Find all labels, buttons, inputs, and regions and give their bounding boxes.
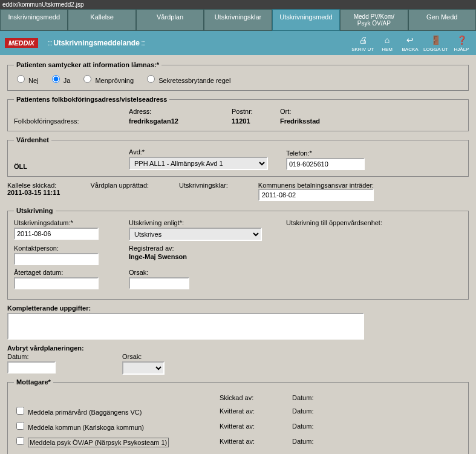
- folk-label: Folkbokföringsadress:: [14, 117, 129, 125]
- consent-nej-label: Nej: [28, 77, 39, 84]
- tab-utskrivningsmedd[interactable]: Utskrivningsmedd: [272, 9, 340, 31]
- tab-gen-medd[interactable]: Gen Medd: [408, 9, 476, 31]
- avbryt-datum-input[interactable]: [7, 361, 56, 373]
- page-title: Utskrivningsmeddelande: [48, 39, 145, 47]
- address-legend: Patientens folkbokföringsadress/vistelse…: [14, 96, 169, 103]
- mottagare-kommun-label: Meddela kommun (Karlskoga kommun): [28, 424, 144, 431]
- consent-ja[interactable]: Ja: [49, 77, 71, 84]
- kontakt-label: Kontaktperson:: [14, 245, 111, 252]
- vardplan-upprattad-label: Vårdplan upprättad:: [90, 182, 149, 189]
- consent-fieldset: Patienten samtycker att information lämn…: [7, 61, 469, 91]
- postnr-value: 11201: [232, 117, 280, 125]
- vardenhet-oll: ÖLL: [14, 163, 111, 170]
- utskrivning-fieldset: Utskrivning Utskrivningsdatum:* Utskrivn…: [7, 207, 469, 300]
- tel-label: Telefon:*: [286, 150, 365, 157]
- datum-label-3: Datum:: [292, 438, 313, 445]
- kvitterat-label-1: Kvitterat av:: [220, 407, 292, 415]
- vardenhet-fieldset: Vårdenhet ÖLL Avd:* PPH ALL1 - Allmänpsy…: [7, 136, 469, 177]
- utskrivning-legend: Utskrivning: [14, 207, 56, 214]
- mottagare-primar-checkbox[interactable]: [16, 407, 24, 415]
- kompletterande-label: Kompletterande uppgifter:: [7, 304, 469, 312]
- utskr-oppen-label: Utskrivning till öppenvårdsenhet:: [286, 219, 382, 226]
- print-label: SKRIV UT: [351, 47, 374, 52]
- avbryt-datum-label: Datum:: [7, 353, 104, 360]
- printer-icon: 🖨: [357, 35, 369, 45]
- help-label: HJÄLP: [454, 47, 469, 52]
- print-button[interactable]: 🖨SKRIV UT: [351, 35, 374, 52]
- tel-input[interactable]: [286, 158, 365, 170]
- home-label: HEM: [382, 47, 393, 52]
- kommun-ansvar-label: Kommunens betalningsansvar inträder:: [258, 182, 374, 189]
- logout-label: LOGGA UT: [423, 47, 448, 52]
- mottagare-psyk-label: Meddela psyk ÖV/AP (Närpsyk Psykosteam 1…: [28, 438, 169, 447]
- datum-label-2: Datum:: [292, 423, 313, 430]
- skickad-av-header: Skickad av:: [220, 394, 292, 401]
- consent-nej-radio[interactable]: [17, 75, 25, 83]
- back-button[interactable]: ↩BACKA: [400, 35, 420, 52]
- mottagare-kommun-checkbox[interactable]: [16, 422, 24, 430]
- header-bar: MEDDIX Utskrivningsmeddelande 🖨SKRIV UT …: [0, 31, 476, 55]
- ort-label: Ort:: [280, 108, 291, 115]
- tab-vardplan[interactable]: Vårdplan: [136, 9, 204, 31]
- help-button[interactable]: ❓HJÄLP: [452, 35, 471, 52]
- avbryt-orsak-label: Orsak:: [122, 353, 165, 360]
- reg-label: Registrerad av:: [129, 245, 187, 252]
- consent-men[interactable]: Menprövning: [80, 77, 134, 84]
- adr-label: Adress:: [129, 108, 232, 115]
- tab-inskrivningsmedd[interactable]: Inskrivningsmedd: [0, 9, 68, 31]
- home-button[interactable]: ⌂HEM: [377, 35, 397, 52]
- mottagare-legend: Mottagare*: [14, 378, 53, 386]
- atertaget-input[interactable]: [14, 277, 99, 289]
- window-title: eddix/kommunUtskrmedd2.jsp: [0, 0, 476, 9]
- orsak-label: Orsak:: [129, 269, 189, 276]
- postnr-label: Postnr:: [232, 108, 280, 115]
- utskr-datum-input[interactable]: [14, 228, 99, 240]
- datum-header: Datum:: [292, 394, 313, 401]
- avbryt-heading: Avbryt vårdplaneringen:: [7, 344, 469, 352]
- tab-medd-pvkom[interactable]: Medd PV/Kom/ Psyk ÖV/AP: [340, 9, 408, 31]
- kvitterat-label-3: Kvitterat av:: [220, 438, 292, 445]
- consent-sek-radio[interactable]: [147, 75, 155, 83]
- reg-value: Inge-Maj Swenson: [129, 253, 187, 260]
- orsak-input[interactable]: [129, 277, 189, 289]
- tab-line2: Psyk ÖV/AP: [357, 20, 391, 27]
- door-icon: 🚪: [430, 35, 442, 45]
- address-fieldset: Patientens folkbokföringsadress/vistelse…: [7, 96, 469, 131]
- consent-men-label: Menprövning: [95, 77, 134, 84]
- utskr-datum-label: Utskrivningsdatum:*: [14, 219, 111, 226]
- consent-ja-radio[interactable]: [52, 75, 60, 83]
- kontakt-input[interactable]: [14, 253, 99, 265]
- datum-label-1: Datum:: [292, 407, 313, 415]
- vardenhet-legend: Vårdenhet: [14, 136, 51, 143]
- tab-utskrivningsklar[interactable]: Utskrivningsklar: [204, 9, 272, 31]
- ort-value: Fredriksstad: [280, 117, 320, 125]
- avd-label: Avd:*: [129, 148, 268, 156]
- avd-select[interactable]: PPH ALL1 - Allmänpsyk Avd 1: [129, 157, 268, 170]
- adr-value: fredriksgatan12: [129, 117, 232, 125]
- consent-sek[interactable]: Sekretessbrytande regel: [144, 77, 230, 84]
- consent-nej[interactable]: Nej: [14, 77, 39, 84]
- logout-button[interactable]: 🚪LOGGA UT: [423, 35, 448, 52]
- back-icon: ↩: [404, 35, 416, 45]
- consent-ja-label: Ja: [64, 77, 71, 84]
- consent-men-radio[interactable]: [83, 75, 91, 83]
- atertaget-label: Återtaget datum:: [14, 269, 111, 276]
- kvitterat-label-2: Kvitterat av:: [220, 423, 292, 430]
- kompletterande-textarea[interactable]: [7, 313, 364, 340]
- brand-logo: MEDDIX: [5, 38, 38, 48]
- mottagare-psyk-checkbox[interactable]: [16, 437, 24, 445]
- avbryt-orsak-select[interactable]: [122, 361, 165, 375]
- consent-legend: Patienten samtycker att information lämn…: [14, 61, 161, 68]
- back-label: BACKA: [402, 47, 419, 52]
- mottagare-fieldset: Mottagare* Skickad av: Datum: Meddela pr…: [7, 378, 469, 454]
- consent-sek-label: Sekretessbrytande regel: [158, 77, 230, 84]
- utskr-enligt-label: Utskrivning enligt*:: [129, 219, 268, 226]
- kallelse-skickad-label: Kallelse skickad:: [7, 182, 60, 189]
- tab-line1: Medd PV/Kom/: [354, 13, 394, 20]
- mottagare-primar-label: Meddela primärvård (Baggängens VC): [28, 409, 142, 416]
- help-icon: ❓: [455, 35, 468, 45]
- utskr-enligt-select[interactable]: Utskrives: [129, 228, 262, 241]
- utskrivningsklar-label: Utskrivningsklar:: [179, 182, 228, 189]
- tab-bar: Inskrivningsmedd Kallelse Vårdplan Utskr…: [0, 9, 476, 31]
- tab-kallelse[interactable]: Kallelse: [68, 9, 135, 31]
